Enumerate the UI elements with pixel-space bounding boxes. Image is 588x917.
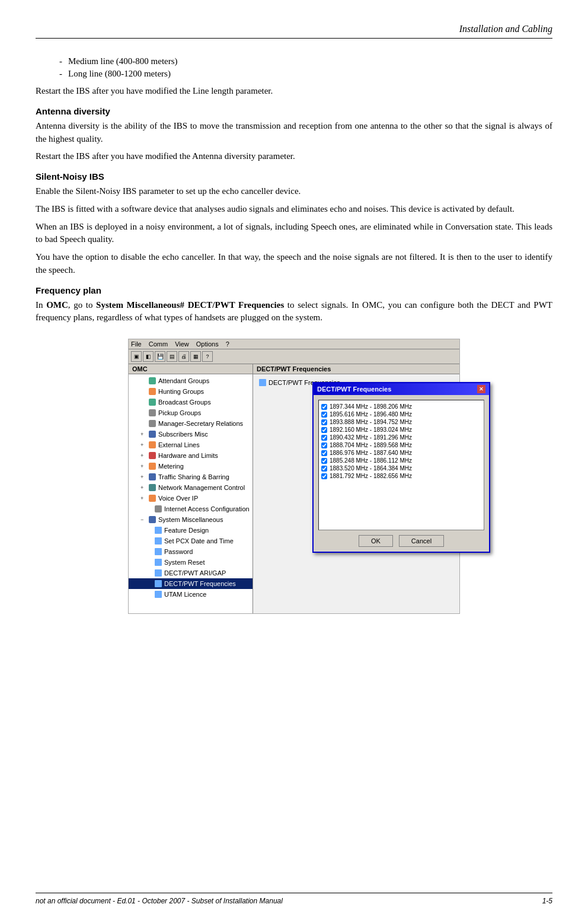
tree-dect-ari[interactable]: DECT/PWT ARI/GAP <box>129 568 253 578</box>
freq-label-1: 1897.344 MHz - 1898.206 MHz <box>330 403 412 410</box>
label-voip: Voice Over IP <box>158 495 198 502</box>
label-broadcast: Broadcast Groups <box>158 399 211 406</box>
tree-manager-secretary[interactable]: Manager-Secretary Relations <box>129 418 253 429</box>
bullet-text-1: Medium line (400-800 meters) <box>68 56 178 66</box>
tree-hunting-groups[interactable]: Hunting Groups <box>129 386 253 397</box>
toolbar-btn-7[interactable]: ? <box>202 351 213 362</box>
expand-metering: + <box>140 463 146 469</box>
dialog-ok-button[interactable]: OK <box>359 535 393 547</box>
freq-item-5[interactable]: 1890.432 MHz - 1891.296 MHz <box>321 434 481 441</box>
label-subscribers: Subscribers Misc <box>158 431 208 438</box>
tree-hardware-limits[interactable]: + Hardware and Limits <box>129 450 253 461</box>
label-hunting: Hunting Groups <box>158 388 204 395</box>
tree-voip[interactable]: + Voice Over IP <box>129 493 253 504</box>
section-silent-p2: The IBS is fitted with a software device… <box>36 203 552 216</box>
dialog-title: DECT/PWT Frequencies <box>317 386 391 393</box>
menu-help[interactable]: ? <box>226 340 229 348</box>
section-silent-title: Silent-Noisy IBS <box>36 171 552 182</box>
freq-item-6[interactable]: 1888.704 MHz - 1889.568 MHz <box>321 441 481 449</box>
icon-manager <box>148 419 156 428</box>
menu-file[interactable]: File <box>131 340 142 348</box>
freq-check-8[interactable] <box>321 458 327 464</box>
freq-check-9[interactable] <box>321 466 327 472</box>
section-freq-p1: In OMC, go to System Miscellaneous# DECT… <box>36 299 552 325</box>
tree-dect-freq[interactable]: DECT/PWT Frequencies <box>129 578 253 589</box>
freq-check-1[interactable] <box>321 404 327 410</box>
restart-para-1: Restart the IBS after you have modified … <box>36 85 552 98</box>
section-antenna-p1: Antenna diversity is the ability of the … <box>36 120 552 146</box>
label-utam: UTAM Licence <box>164 591 206 598</box>
tree-external-lines[interactable]: + External Lines <box>129 440 253 450</box>
toolbar-btn-3[interactable]: 💾 <box>155 351 165 362</box>
dialog-frequency-list: 1897.344 MHz - 1898.206 MHz 1895.616 MHz… <box>318 400 484 530</box>
icon-subscribers <box>148 430 156 438</box>
label-dect-freq: DECT/PWT Frequencies <box>164 580 236 587</box>
app-window: File Comm View Options ? ▣ ◧ 💾 ▤ 🖨 ▦ ? O… <box>128 339 460 614</box>
toolbar-btn-4[interactable]: ▤ <box>167 351 177 362</box>
bullet-dash-1: - <box>59 56 62 66</box>
tree-set-pcx[interactable]: Set PCX Date and Time <box>129 536 253 546</box>
tree-password[interactable]: Password <box>129 546 253 557</box>
label-hardware: Hardware and Limits <box>158 452 218 459</box>
tree-internet-access[interactable]: Internet Access Configuration <box>129 504 253 514</box>
tree-subscribers-misc[interactable]: + Subscribers Misc <box>129 429 253 440</box>
freq-item-9[interactable]: 1883.520 MHz - 1864.384 MHz <box>321 464 481 472</box>
tree-traffic-sharing[interactable]: + Traffic Sharing & Barring <box>129 472 253 482</box>
dialog-body: 1897.344 MHz - 1898.206 MHz 1895.616 MHz… <box>314 395 489 552</box>
tree-network-mgmt[interactable]: + Network Management Control <box>129 482 253 493</box>
freq-check-10[interactable] <box>321 473 327 479</box>
toolbar-btn-6[interactable]: ▦ <box>190 351 201 362</box>
freq-item-1[interactable]: 1897.344 MHz - 1898.206 MHz <box>321 403 481 410</box>
menu-options[interactable]: Options <box>196 340 219 348</box>
icon-broadcast <box>148 398 156 406</box>
toolbar-btn-2[interactable]: ◧ <box>143 351 154 362</box>
label-external: External Lines <box>158 441 200 448</box>
tree-pickup-groups[interactable]: Pickup Groups <box>129 407 253 418</box>
freq-check-7[interactable] <box>321 450 327 456</box>
freq-item-8[interactable]: 1885.248 MHz - 1886.112 MHz <box>321 457 481 464</box>
freq-p1-mid: , go to <box>68 300 96 310</box>
section-antenna-title: Antenna diversity <box>36 106 552 116</box>
expand-external: + <box>140 442 146 448</box>
tree-system-misc[interactable]: − System Miscellaneous <box>129 514 253 525</box>
freq-check-4[interactable] <box>321 427 327 433</box>
tree-broadcast-groups[interactable]: Broadcast Groups <box>129 397 253 407</box>
freq-check-6[interactable] <box>321 442 327 448</box>
app-menubar[interactable]: File Comm View Options ? <box>129 339 459 349</box>
dialog-cancel-button[interactable]: Cancel <box>399 535 444 547</box>
freq-check-3[interactable] <box>321 419 327 425</box>
freq-check-2[interactable] <box>321 412 327 418</box>
freq-item-3[interactable]: 1893.888 MHz - 1894.752 MHz <box>321 418 481 426</box>
freq-check-5[interactable] <box>321 435 327 441</box>
tree-system-reset[interactable]: System Reset <box>129 557 253 568</box>
toolbar-btn-5[interactable]: 🖨 <box>178 351 189 362</box>
label-reset: System Reset <box>164 559 204 566</box>
menu-view[interactable]: View <box>175 340 189 348</box>
expand-subscribers: + <box>140 431 146 437</box>
icon-utam <box>154 590 162 598</box>
tree-metering[interactable]: + Metering <box>129 461 253 472</box>
label-pickup: Pickup Groups <box>158 409 201 416</box>
freq-item-2[interactable]: 1895.616 MHz - 1896.480 MHz <box>321 410 481 418</box>
header-title: Installation and Cabling <box>459 24 552 34</box>
tree-feature-design[interactable]: Feature Design <box>129 525 253 536</box>
freq-item-10[interactable]: 1881.792 MHz - 1882.656 MHz <box>321 472 481 480</box>
section-silent-p3: When an IBS is deployed in a noisy envir… <box>36 221 552 247</box>
freq-p1-bold: System Miscellaneous# DECT/PWT Frequenci… <box>96 300 284 310</box>
freq-item-4[interactable]: 1892.160 MHz - 1893.024 MHz <box>321 426 481 434</box>
menu-comm[interactable]: Comm <box>149 340 168 348</box>
footer: not an official document - Ed.01 - Octob… <box>36 893 552 905</box>
tree-attendant-groups[interactable]: Attendant Groups <box>129 375 253 386</box>
dialog-close-button[interactable]: ✕ <box>477 385 485 393</box>
icon-password <box>154 547 162 556</box>
section-silent-p4: You have the option to disable the echo … <box>36 251 552 277</box>
label-dect-ari: DECT/PWT ARI/GAP <box>164 569 226 577</box>
toolbar-btn-1[interactable]: ▣ <box>131 351 142 362</box>
icon-hunting <box>148 387 156 396</box>
bullet-dash-2: - <box>59 69 62 79</box>
icon-traffic <box>148 473 156 481</box>
section-antenna-p2: Restart the IBS after you have modified … <box>36 150 552 163</box>
icon-internet <box>154 505 162 513</box>
tree-utam[interactable]: UTAM Licence <box>129 589 253 600</box>
freq-item-7[interactable]: 1886.976 MHz - 1887.640 MHz <box>321 449 481 457</box>
